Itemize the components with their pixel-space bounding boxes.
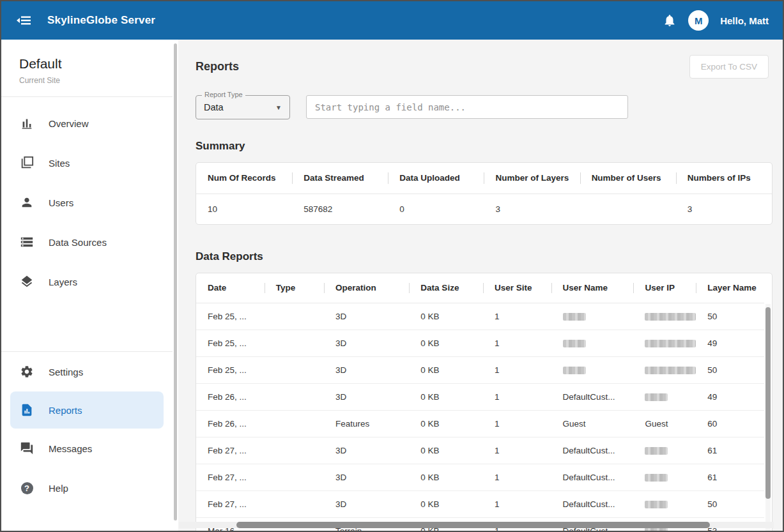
- table-row[interactable]: Feb 25, ...3D0 KB150: [196, 356, 764, 383]
- report-type-value: Data: [204, 102, 224, 112]
- table-cell: [633, 330, 696, 356]
- sidebar-nav-bottom: Settings Reports: [1, 351, 173, 508]
- sidebar-item-reports[interactable]: Reports: [10, 391, 164, 429]
- table-cell: 1: [483, 437, 551, 464]
- table-cell: [551, 303, 634, 330]
- column-header: Data Size: [409, 273, 483, 303]
- sidebar-item-label: Settings: [49, 367, 83, 377]
- horizontal-scrollbar-thumb[interactable]: [236, 522, 710, 528]
- sidebar-item-messages[interactable]: Messages: [1, 429, 173, 468]
- data-reports-body: Feb 25, ...3D0 KB150Feb 25, ...3D0 KB149…: [196, 303, 764, 531]
- table-cell: Feb 27, ...: [196, 464, 265, 490]
- sidebar-item-label: Overview: [49, 118, 89, 129]
- notifications-button[interactable]: [663, 13, 677, 27]
- redacted-value: [645, 313, 696, 321]
- table-row[interactable]: Feb 27, ...3D0 KB1DefaultCust...61: [196, 464, 764, 490]
- sidebar-item-label: Help: [49, 483, 68, 494]
- table-cell: 1: [483, 303, 551, 330]
- sidebar-item-help[interactable]: ? Help: [1, 468, 173, 508]
- sidebar-item-label: Reports: [49, 405, 82, 416]
- table-cell: 50: [696, 303, 764, 330]
- sidebar-item-overview[interactable]: Overview: [1, 103, 173, 143]
- table-cell: 0 KB: [409, 464, 483, 490]
- table-row[interactable]: Feb 27, ...3D0 KB1DefaultCust...50: [196, 490, 764, 517]
- table-vertical-scrollbar-thumb[interactable]: [765, 307, 771, 499]
- table-row[interactable]: Feb 27, ...3D0 KB1DefaultCust...61: [196, 437, 764, 464]
- table-cell: 3D: [324, 437, 409, 464]
- column-header: User Name: [551, 273, 634, 303]
- table-cell: 60: [696, 410, 764, 437]
- summary-table-card: Num Of RecordsData StreamedData Uploaded…: [196, 162, 772, 225]
- table-row[interactable]: Feb 25, ...3D0 KB149: [196, 330, 764, 356]
- table-cell: [265, 303, 324, 330]
- sidebar-item-sites[interactable]: Sites: [1, 143, 173, 183]
- column-header: Layer Name: [696, 273, 764, 303]
- column-header: Number of Layers: [484, 163, 580, 194]
- table-row[interactable]: Feb 25, ...3D0 KB150: [196, 303, 764, 330]
- table-row[interactable]: Feb 26, ...Features0 KB1GuestGuest60: [196, 410, 764, 437]
- table-cell: Feb 27, ...: [196, 490, 265, 517]
- report-icon: [19, 403, 35, 417]
- app-title: SkylineGlobe Server: [47, 14, 155, 27]
- sidebar-nav: Overview Sites Use: [1, 97, 173, 301]
- menu-toggle-button[interactable]: [15, 13, 32, 28]
- sidebar-item-label: Layers: [49, 277, 77, 287]
- report-type-select[interactable]: Report Type Data ▼: [196, 95, 290, 119]
- table-cell: 0: [388, 194, 484, 224]
- chevron-down-icon: ▼: [275, 104, 282, 111]
- table-cell: 49: [696, 383, 764, 410]
- table-cell: 61: [696, 437, 764, 464]
- sidebar-item-settings[interactable]: Settings: [1, 352, 173, 391]
- sidebar-scrollbar-thumb[interactable]: [174, 43, 177, 521]
- redacted-value: [563, 340, 586, 347]
- table-cell: [265, 356, 324, 383]
- table-cell: 0 KB: [409, 330, 483, 356]
- table-cell: 1: [483, 410, 551, 437]
- layers-icon: [19, 275, 35, 289]
- sidebar-item-users[interactable]: Users: [1, 183, 173, 222]
- summary-section-title: Summary: [196, 140, 769, 153]
- table-cell: [633, 490, 696, 517]
- sites-icon: [19, 156, 35, 170]
- export-csv-button[interactable]: Export To CSV: [689, 55, 769, 79]
- table-cell: Guest: [551, 410, 634, 437]
- help-icon: ?: [19, 482, 35, 494]
- column-header: Data Uploaded: [388, 163, 484, 194]
- table-cell: 1: [483, 330, 551, 356]
- table-cell: [580, 194, 676, 224]
- summary-header-row: Num Of RecordsData StreamedData Uploaded…: [196, 163, 772, 194]
- avatar-initial: M: [695, 15, 703, 26]
- filters-row: Report Type Data ▼: [196, 95, 769, 119]
- table-cell: DefaultCust...: [551, 490, 634, 517]
- table-cell: [633, 437, 696, 464]
- sidebar-item-layers[interactable]: Layers: [1, 262, 173, 301]
- sidebar-item-data-sources[interactable]: Data Sources: [1, 222, 173, 262]
- table-cell: 10: [196, 194, 292, 224]
- table-cell: 3: [676, 194, 772, 224]
- table-cell: Features: [324, 410, 409, 437]
- table-vertical-scrollbar[interactable]: [765, 304, 771, 531]
- avatar[interactable]: M: [688, 10, 709, 31]
- sidebar-item-label: Sites: [49, 158, 70, 169]
- table-cell: [633, 303, 696, 330]
- horizontal-scrollbar[interactable]: [179, 522, 774, 528]
- redacted-value: [645, 474, 668, 482]
- data-reports-table-card: DateTypeOperationData SizeUser SiteUser …: [196, 273, 772, 531]
- data-reports-section-title: Data Reports: [196, 250, 769, 263]
- column-header: Num Of Records: [196, 163, 292, 194]
- sidebar: Default Current Site Overview: [1, 40, 173, 531]
- table-cell: [551, 330, 634, 356]
- redacted-value: [645, 447, 668, 455]
- table-cell: Feb 26, ...: [196, 410, 265, 437]
- field-search-input[interactable]: [306, 95, 628, 119]
- table-cell: [633, 383, 696, 410]
- table-cell: 3D: [324, 303, 409, 330]
- table-cell: 3: [484, 194, 580, 224]
- table-row[interactable]: Feb 26, ...3D0 KB1DefaultCust...49: [196, 383, 764, 410]
- table-cell: 0 KB: [409, 303, 483, 330]
- column-header: Data Streamed: [292, 163, 388, 194]
- column-header: Operation: [324, 273, 409, 303]
- table-cell: 0 KB: [409, 383, 483, 410]
- sidebar-scrollbar[interactable]: [173, 40, 178, 531]
- table-cell: Feb 26, ...: [196, 383, 265, 410]
